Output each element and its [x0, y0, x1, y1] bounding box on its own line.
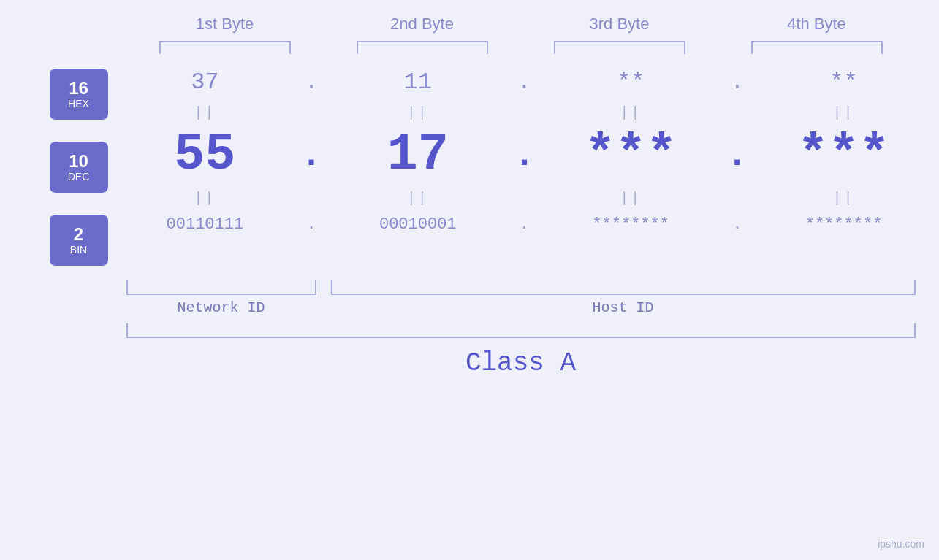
- base-labels: 16 HEX 10 DEC 2 BIN: [39, 61, 119, 273]
- bin-badge: 2 BIN: [50, 215, 108, 266]
- bin-val-3: ********: [550, 215, 711, 234]
- dec-sep-2: .: [509, 137, 539, 174]
- hex-val-1: 37: [124, 69, 285, 96]
- dec-sep-1: .: [297, 137, 326, 174]
- byte3-header: 3rd Byte: [539, 15, 700, 34]
- bin-val-1: 00110111: [124, 215, 285, 234]
- bin-row: 00110111 . 00010001 . ******** . *******…: [119, 208, 930, 241]
- hex-sep-1: .: [297, 69, 326, 96]
- network-id-label: Network ID: [126, 299, 316, 316]
- bin-sep-1: .: [297, 215, 326, 234]
- eq-2-3: ||: [550, 190, 711, 207]
- hex-row: 37 . 11 . ** . **: [119, 61, 930, 103]
- hex-num: 16: [69, 79, 88, 98]
- bin-sep-2: .: [509, 215, 539, 234]
- bin-name: BIN: [70, 244, 87, 256]
- eq-1-2: ||: [338, 104, 498, 121]
- hex-val-2: 11: [338, 69, 498, 96]
- bracket-labels: Network ID Host ID: [126, 299, 916, 316]
- hex-val-3: **: [550, 69, 711, 96]
- dec-num: 10: [69, 152, 88, 171]
- equals-row-2: || || || ||: [119, 188, 930, 208]
- bin-num: 2: [74, 225, 83, 244]
- equals-row-1: || || || ||: [119, 103, 930, 123]
- wide-bracket: [126, 323, 916, 338]
- eq-2-2: ||: [338, 190, 498, 207]
- watermark: ipshu.com: [878, 538, 924, 550]
- bottom-section: Network ID Host ID Class A: [126, 280, 916, 378]
- dec-val-1: 55: [124, 130, 285, 181]
- byte2-header: 2nd Byte: [342, 15, 503, 34]
- dec-val-4: ***: [764, 130, 924, 181]
- hex-val-4: **: [764, 69, 924, 96]
- hex-name: HEX: [68, 98, 89, 110]
- dec-name: DEC: [68, 171, 90, 183]
- host-bracket: [331, 280, 916, 295]
- class-label: Class A: [126, 348, 916, 378]
- bottom-brackets: [126, 280, 916, 295]
- hex-sep-3: .: [723, 69, 752, 96]
- eq-1-1: ||: [124, 104, 285, 121]
- eq-2-1: ||: [124, 190, 285, 207]
- main-container: 1st Byte 2nd Byte 3rd Byte 4th Byte 16 H…: [0, 0, 939, 560]
- main-area: 16 HEX 10 DEC 2 BIN 37 . 11 . ** . **: [39, 61, 930, 273]
- hex-sep-2: .: [509, 69, 539, 96]
- byte4-header: 4th Byte: [737, 15, 897, 34]
- bracket-top-4: [751, 41, 883, 54]
- dec-sep-3: .: [723, 137, 752, 174]
- dec-val-2: 17: [338, 130, 498, 181]
- bin-sep-3: .: [723, 215, 752, 234]
- byte-headers: 1st Byte 2nd Byte 3rd Byte 4th Byte: [126, 15, 916, 34]
- eq-2-4: ||: [764, 190, 924, 207]
- byte1-header: 1st Byte: [145, 15, 305, 34]
- dec-row: 55 . 17 . *** . ***: [119, 123, 930, 188]
- bracket-top-3: [554, 41, 685, 54]
- eq-1-3: ||: [550, 104, 711, 121]
- dec-badge: 10 DEC: [50, 142, 108, 193]
- bracket-top-2: [357, 41, 488, 54]
- network-bracket: [126, 280, 316, 295]
- dec-val-3: ***: [550, 130, 711, 181]
- top-brackets: [126, 41, 916, 54]
- bin-val-2: 00010001: [338, 215, 498, 234]
- eq-1-4: ||: [764, 104, 924, 121]
- bin-val-4: ********: [764, 215, 924, 234]
- hex-badge: 16 HEX: [50, 69, 108, 120]
- values-grid: 37 . 11 . ** . ** || || || || 55: [119, 61, 930, 273]
- host-id-label: Host ID: [331, 299, 916, 316]
- bracket-top-1: [159, 41, 291, 54]
